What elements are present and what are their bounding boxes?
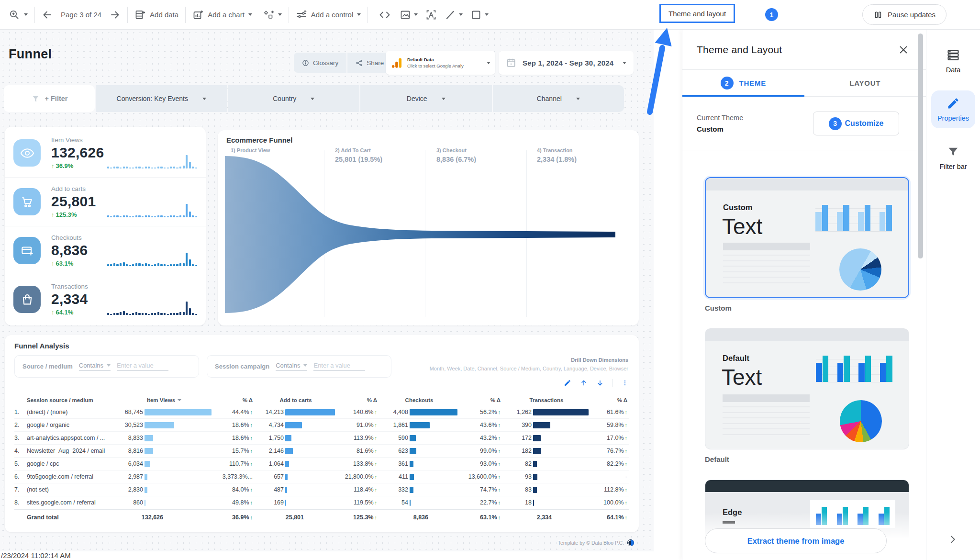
ecommerce-funnel-card[interactable]: Ecommerce Funnel 1) Product View2) Add T… [218,130,639,325]
metric-cell: 182 [502,448,590,454]
funnel-analysis-card[interactable]: Funnel Analysis Source / mediumContainsE… [5,335,639,532]
spark-bar [148,314,150,315]
filter-field-label: Session campaign [215,363,269,370]
kpi-summary-card[interactable]: Item Views132,626↑36.9%Add to carts25,80… [5,127,206,325]
sidebar-item-filter-bar[interactable]: Filter bar [931,139,975,177]
panel-header: Theme and Layout [682,30,926,70]
spark-bar [145,263,147,266]
table-header: Session source / mediumItem Views% ΔAdd … [14,394,629,406]
theme-and-layout-button[interactable]: Theme and layout [659,4,735,23]
theme-card-default[interactable]: DefaultTextDefault [705,328,909,463]
tr-bar [533,487,537,493]
delta-cell: 112.8%↑ [590,486,629,493]
drill-down-icon[interactable] [596,379,604,387]
up-arrow-icon: ↑ [625,409,628,415]
spark-bar [107,264,109,266]
theme-preview[interactable]: DefaultText [705,328,909,449]
column-header[interactable]: Add to carts [255,397,337,403]
pencil-icon[interactable] [564,379,571,387]
delta-cell: 43.6%↑ [459,422,502,428]
delta-cell: 133.8%↑ [337,460,379,467]
add-data-button[interactable]: Add data [134,9,178,21]
sidebar-item-properties[interactable]: Properties [931,90,975,128]
next-page-button[interactable] [109,9,121,21]
add-image-button[interactable] [400,9,418,21]
panel-scrollbar[interactable] [918,34,923,258]
add-line-button[interactable] [445,9,463,21]
tab-theme[interactable]: 2 THEME [682,70,804,96]
drill-up-icon[interactable] [580,379,588,387]
date-range-picker[interactable]: Sep 1, 2024 - Sep 30, 2024 [499,51,634,75]
report-canvas[interactable]: Funnel Glossary Share Export Default Dat… [0,30,654,551]
kpi-row-item-views: Item Views132,626↑36.9% [5,129,206,178]
tr-bar [533,422,550,428]
add-chart-button[interactable]: Add a chart [192,9,252,21]
filter-value-input[interactable]: Enter a value [117,362,168,371]
collapse-panel-chevron-icon[interactable] [947,534,958,545]
analysis-filter-1[interactable]: Source / mediumContainsEnter a value [14,355,199,378]
funnel-icon [31,94,40,103]
delta-cell: - [590,473,629,480]
column-header[interactable]: Checkouts [379,397,459,403]
column-header[interactable]: Transactions [502,397,590,403]
annotation-arrow [631,25,683,116]
table-row: 2.google / organic30,52318.6%↑4,73491.0%… [14,419,629,432]
filter-value-input[interactable]: Enter a value [313,362,365,371]
spark-bar [113,215,115,217]
column-header[interactable]: % Δ [337,397,379,403]
previous-page-button[interactable] [42,9,53,21]
column-header[interactable]: % Δ [459,397,502,403]
filter-chip-4[interactable]: Channel [493,85,624,112]
column-header[interactable]: Item Views [114,397,214,403]
delta-cell: 82.2%↑ [590,460,629,467]
pause-updates-button[interactable]: Pause updates [862,4,947,25]
column-header[interactable]: % Δ [590,397,629,403]
analysis-filter-2[interactable]: Session campaignContainsEnter a value [207,355,391,378]
extract-theme-button[interactable]: Extract theme from image [705,528,887,553]
data-source-selector[interactable]: Default Data Click to select Google Anal… [386,51,495,75]
chevron-down-icon [107,364,111,367]
delta-cell: 119.5%↑ [337,499,379,506]
table-tools [564,379,628,387]
up-arrow-icon: ↑ [375,448,378,454]
tab-layout[interactable]: LAYOUT [804,70,926,96]
chevron-down-icon [576,98,580,100]
attribution-text: Template by © Data Bloo P.C. [558,540,624,546]
last-updated-timestamp: /23/2024 11:02:14 AM [1,551,71,560]
theme-preview-pie [840,400,882,442]
spark-bar [160,264,162,266]
up-arrow-icon: ↑ [498,515,501,520]
delta-cell: 18.6%↑ [214,435,255,441]
filter-chip-3[interactable]: Device [360,85,492,112]
template-attribution: Template by © Data Bloo P.C. [558,539,635,547]
up-arrow-icon: ↑ [625,487,628,493]
add-shape-button[interactable] [470,9,489,21]
add-elements-button[interactable] [263,9,282,21]
delta-cell: 118.4%↑ [337,486,379,493]
theme-preview[interactable]: CustomText [705,177,909,298]
column-header[interactable]: % Δ [214,397,255,403]
close-icon[interactable] [898,45,909,55]
filter-chip-1[interactable]: Conversion: Key Events [96,85,227,112]
embed-code-button[interactable] [379,9,391,21]
kpi-row-add-to-carts: Add to carts25,801↑125.3% [5,178,206,226]
zoom-button[interactable] [9,9,28,21]
filter-operator-select[interactable]: Contains [79,362,111,371]
filter-chip-2[interactable]: Country [228,85,360,112]
pause-icon [873,10,883,20]
ac-bar [285,474,288,480]
add-text-button[interactable] [425,9,437,21]
customize-button[interactable]: 3 Customize [813,112,899,135]
more-options-icon[interactable] [622,379,628,387]
glossary-button[interactable]: Glossary [294,53,346,73]
page-indicator[interactable]: Page 3 of 24 [61,11,101,19]
filter-operator-select[interactable]: Contains [276,362,307,371]
add-filter-button[interactable]: + Filter [4,85,95,112]
theme-card-custom[interactable]: CustomTextCustom [705,177,909,312]
add-control-button[interactable]: Add a control [296,9,361,21]
sidebar-item-data[interactable]: Data [931,42,975,80]
spark-bar [110,314,112,315]
tr-bar [533,435,541,441]
spark-bar [110,168,112,168]
column-header[interactable]: Session source / medium [27,397,114,403]
